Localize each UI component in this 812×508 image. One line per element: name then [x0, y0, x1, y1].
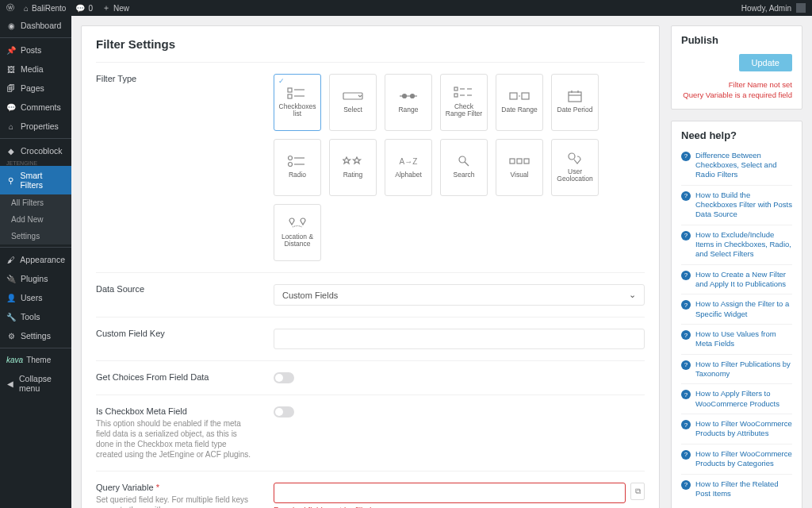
help-link[interactable]: How to Filter WooCommerce Products by At… [695, 419, 792, 439]
comments-icon: 💬 [6, 102, 16, 112]
help-icon: ? [681, 450, 691, 460]
query-variable-input[interactable] [274, 483, 626, 503]
type-check-range[interactable]: Check Range Filter [440, 74, 488, 131]
wp-logo[interactable]: ⓦ [6, 2, 14, 13]
rating-icon [343, 156, 363, 167]
custom-field-key-input[interactable] [274, 329, 645, 349]
data-source-select[interactable]: Custom Fields ⌄ [274, 284, 645, 306]
help-item[interactable]: ?How to Use Values from Meta Fields [681, 324, 792, 354]
type-visual[interactable]: Visual [496, 139, 543, 196]
help-link[interactable]: How to Exclude/Include Items in Checkbox… [695, 230, 792, 260]
date-period-icon [565, 90, 585, 102]
tools-icon: 🔧 [6, 312, 16, 321]
help-icon: ? [681, 191, 691, 201]
help-link[interactable]: How to Filter Publications by Taxonomy [695, 360, 792, 379]
new-content[interactable]: ＋ New [102, 2, 129, 13]
svg-rect-29 [524, 159, 529, 164]
publish-title: Publish [681, 34, 792, 46]
help-item[interactable]: ?How to Build the Checkboxes Filter with… [681, 185, 792, 225]
help-item[interactable]: ?How to Apply Filters to WooCommerce Pro… [681, 383, 792, 414]
update-button[interactable]: Update [739, 54, 792, 71]
help-link[interactable]: How to Use Values from Meta Fields [695, 329, 792, 349]
menu-comments[interactable]: 💬Comments [0, 98, 71, 117]
checkboxes-icon [287, 87, 308, 98]
menu-plugins[interactable]: 🔌Plugins [0, 269, 71, 288]
help-item[interactable]: ?How to Filter Publications by Taxonomy [681, 354, 792, 384]
help-link[interactable]: How to Apply Filters to WooCommerce Prod… [695, 389, 792, 409]
help-icon: ? [681, 420, 691, 429]
menu-smart-filters[interactable]: ⚲Smart Filters [0, 166, 71, 194]
menu-posts[interactable]: 📌Posts [0, 40, 71, 60]
help-icon: ? [681, 271, 691, 280]
menu-appearance[interactable]: 🖌Appearance [0, 250, 71, 269]
check-range-icon [454, 87, 474, 98]
menu-properties[interactable]: ⌂Properties [0, 117, 71, 136]
type-alphabet[interactable]: A→Z Alphabet [385, 139, 432, 196]
howdy-text[interactable]: Howdy, Admin [741, 4, 791, 13]
search-icon [454, 156, 474, 167]
help-item[interactable]: ?How to Filter WooCommerce Products by A… [681, 414, 792, 444]
type-geolocation[interactable]: User Geolocation [551, 139, 599, 196]
help-item[interactable]: ?How to Assign the Filter to a Specific … [681, 294, 792, 324]
type-select[interactable]: Select [329, 74, 377, 131]
menu-tools[interactable]: 🔧Tools [0, 307, 71, 326]
type-search[interactable]: Search [440, 139, 488, 196]
help-item[interactable]: ?How to Filter WooCommerce Products by C… [681, 444, 792, 474]
users-icon: 👤 [6, 293, 16, 302]
help-link[interactable]: How to Create a New Filter and Apply It … [695, 270, 792, 290]
panel-title: Filter Settings [96, 37, 645, 51]
svg-rect-11 [454, 94, 458, 97]
range-icon [398, 90, 419, 102]
help-item[interactable]: ?How to Exclude/Include Items in Checkbo… [681, 225, 792, 264]
avatar[interactable] [796, 3, 806, 13]
media-icon: 🖾 [6, 64, 16, 74]
type-rating[interactable]: Rating [329, 139, 377, 196]
help-link[interactable]: How to Filter WooCommerce Products by Ca… [695, 449, 792, 469]
publish-error-2: Query Variable is a required field [681, 90, 792, 100]
type-date-period[interactable]: Date Period [551, 74, 599, 131]
menu-pages[interactable]: 🗐Pages [0, 79, 71, 98]
site-link[interactable]: ⌂ BaliRento [24, 4, 66, 13]
help-link[interactable]: Difference Between Checkboxes, Select an… [695, 151, 792, 180]
menu-collapse[interactable]: ◀Collapse menu [0, 369, 71, 398]
submenu-settings[interactable]: Settings [0, 228, 71, 244]
help-link[interactable]: How to Assign the Filter to a Specific W… [695, 299, 792, 319]
type-checkboxes[interactable]: Checkboxes list [274, 74, 321, 131]
help-item[interactable]: ?How to Filter the Related Post Items [681, 474, 792, 504]
menu-settings[interactable]: ⚙Settings [0, 326, 71, 345]
menu-theme[interactable]: kava Theme [0, 351, 71, 369]
menu-media[interactable]: 🖾Media [0, 60, 71, 79]
comments-link[interactable]: 💬 0 [75, 4, 93, 13]
label-is-checkbox-desc: This option should be enabled if the met… [96, 418, 255, 460]
type-distance[interactable]: Location & Distance [274, 204, 321, 261]
dashboard-icon: ◉ [6, 21, 16, 30]
label-is-checkbox: Is Checkbox Meta Field [96, 406, 255, 416]
help-icon: ? [681, 390, 691, 399]
chevron-down-icon: ⌄ [629, 290, 636, 300]
help-link[interactable]: How to Filter the Related Post Items [695, 479, 792, 499]
help-icon: ? [681, 480, 691, 490]
submenu-all-filters[interactable]: All Filters [0, 194, 71, 211]
visual-icon [509, 156, 530, 167]
help-icon: ? [681, 330, 691, 340]
pages-icon: 🗐 [6, 83, 16, 93]
is-checkbox-toggle[interactable] [274, 406, 294, 418]
help-link[interactable]: How to Build the Checkboxes Filter with … [695, 190, 792, 220]
submenu-add-new[interactable]: Add New [0, 211, 71, 228]
menu-users[interactable]: 👤Users [0, 288, 71, 307]
type-date-range[interactable]: Date Range [496, 74, 543, 131]
label-query-var: Query Variable [96, 483, 154, 492]
select-icon [343, 90, 363, 102]
menu-dashboard[interactable]: ◉Dashboard [0, 16, 71, 35]
collapse-icon: ◀ [6, 379, 14, 388]
help-item[interactable]: ?Difference Between Checkboxes, Select a… [681, 146, 792, 185]
type-range[interactable]: Range [385, 74, 432, 131]
menu-crocoblock[interactable]: ◆Crocoblock [0, 141, 71, 160]
get-choices-toggle[interactable] [274, 372, 294, 383]
copy-shortcode-button[interactable]: ⧉ [630, 483, 645, 500]
admin-bar: ⓦ ⌂ BaliRento 💬 0 ＋ New Howdy, Admin [0, 0, 812, 16]
svg-line-26 [465, 162, 469, 166]
type-radio[interactable]: Radio [274, 139, 321, 196]
label-data-source: Data Source [96, 284, 255, 306]
help-item[interactable]: ?How to Create a New Filter and Apply It… [681, 264, 792, 294]
